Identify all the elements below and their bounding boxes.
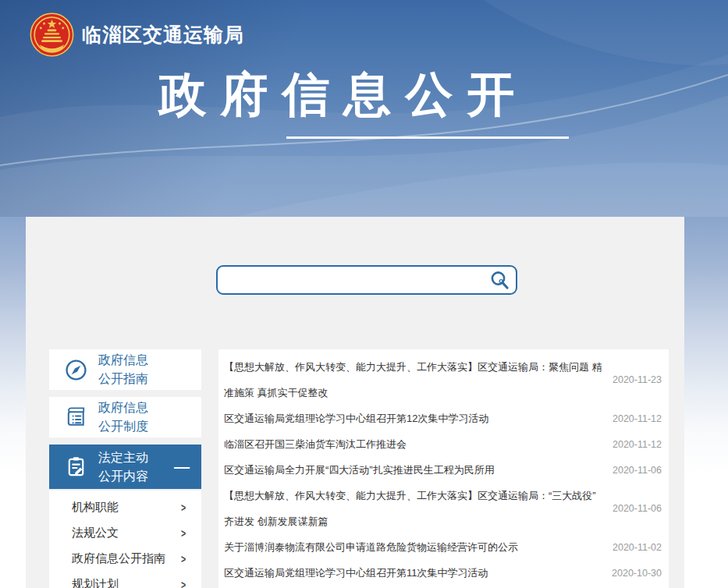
sidebar-card[interactable]: 政府信息公开制度 xyxy=(49,397,201,437)
search-icon xyxy=(489,270,510,291)
submenu-item[interactable]: 法规公文 > xyxy=(49,520,201,546)
news-row[interactable]: 区交通运输局全力开展“四大活动”扎实推进民生工程为民所用 2020-11-06 xyxy=(218,457,669,483)
news-title[interactable]: 【思想大解放、作风大转变、能力大提升、工作大落实】区交通运输局：“三大战役”齐进… xyxy=(224,483,603,534)
compass-icon xyxy=(64,358,88,382)
submenu-item-label: 政府信息公开指南 xyxy=(72,551,165,566)
news-row[interactable]: 区交通运输局党组理论学习中心组召开第11次集中学习活动 2020-10-30 xyxy=(218,560,669,586)
sidebar-card[interactable]: 政府信息公开指南 xyxy=(49,349,201,390)
news-title[interactable]: 【思想大解放、作风大转变、能力大提升、工作大落实】区交通运输局：聚焦问题 精准施… xyxy=(224,354,603,406)
sidebar-submenu: 机构职能 > 法规公文 > 政府信息公开指南 > 规划计划 > xyxy=(49,491,201,588)
sidebar-card-label: 政府信息公开制度 xyxy=(98,398,148,436)
submenu-item[interactable]: 政府信息公开指南 > xyxy=(49,546,201,572)
news-row[interactable]: 区交通运输局党组理论学习中心组召开第12次集中学习活动 2020-11-12 xyxy=(218,406,669,431)
search-bar xyxy=(216,265,517,295)
news-row[interactable]: 【思想大解放、作风大转变、能力大提升、工作大落实】区交通运输局：“三大战役”齐进… xyxy=(218,483,669,534)
submenu-item-label: 规划计划 xyxy=(72,577,119,588)
news-date: 2020-11-02 xyxy=(603,542,662,553)
page-title: 政府信息公开 xyxy=(0,69,728,121)
agency-name: 临淄区交通运输局 xyxy=(82,22,244,48)
sidebar-card[interactable]: 法定主动公开内容 — xyxy=(49,445,201,489)
banner: 临淄区交通运输局 政府信息公开 xyxy=(0,0,728,217)
news-date: 2020-11-06 xyxy=(603,465,662,476)
news-date: 2020-11-12 xyxy=(603,439,662,450)
news-row[interactable]: 临淄区召开国三柴油货车淘汰工作推进会 2020-11-12 xyxy=(218,431,669,457)
title-underline xyxy=(286,136,569,139)
page-body: 政府信息公开指南 政府信息公开制度 法定主动公开内容 — 机构职能 > 法规公文… xyxy=(0,217,728,588)
search-button[interactable] xyxy=(483,267,516,293)
sidebar: 政府信息公开指南 政府信息公开制度 法定主动公开内容 — 机构职能 > 法规公文… xyxy=(49,349,201,588)
clipboard-edit-icon xyxy=(64,455,88,479)
submenu-item[interactable]: 机构职能 > xyxy=(49,494,201,520)
chevron-right-icon: > xyxy=(181,553,186,565)
submenu-item-label: 机构职能 xyxy=(72,500,119,515)
content-panel: 政府信息公开指南 政府信息公开制度 法定主动公开内容 — 机构职能 > 法规公文… xyxy=(26,217,684,588)
news-title[interactable]: 区交通运输局全力开展“四大活动”扎实推进民生工程为民所用 xyxy=(224,457,495,483)
news-date: 2020-11-06 xyxy=(603,503,662,514)
news-list: 【思想大解放、作风大转变、能力大提升、工作大落实】区交通运输局：聚焦问题 精准施… xyxy=(218,349,669,588)
search-input[interactable] xyxy=(218,267,483,293)
page: 临淄区交通运输局 政府信息公开 政府信息公开指南 xyxy=(0,0,728,588)
news-date: 2020-11-23 xyxy=(603,374,662,385)
sidebar-card-label: 法定主动公开内容 xyxy=(98,448,148,486)
submenu-item-label: 法规公文 xyxy=(72,526,119,540)
collapse-minus-icon: — xyxy=(174,458,190,476)
news-title[interactable]: 关于淄博润泰物流有限公司申请道路危险货物运输经营许可的公示 xyxy=(224,534,518,560)
chevron-right-icon: > xyxy=(181,579,186,588)
chevron-right-icon: > xyxy=(181,527,186,540)
notebook-icon xyxy=(64,406,88,430)
news-title[interactable]: 区交通运输局党组理论学习中心组召开第12次集中学习活动 xyxy=(224,406,488,431)
site-logo[interactable]: 临淄区交通运输局 xyxy=(30,12,244,57)
news-title[interactable]: 临淄区召开国三柴油货车淘汰工作推进会 xyxy=(224,431,407,457)
news-row[interactable]: 关于淄博润泰物流有限公司申请道路危险货物运输经营许可的公示 2020-11-02 xyxy=(218,534,669,560)
news-date: 2020-10-30 xyxy=(602,568,662,579)
submenu-item[interactable]: 规划计划 > xyxy=(49,572,201,588)
news-row[interactable]: 【思想大解放、作风大转变、能力大提升、工作大落实】区交通运输局：聚焦问题 精准施… xyxy=(218,354,669,406)
news-date: 2020-11-12 xyxy=(603,413,662,424)
chevron-right-icon: > xyxy=(181,501,186,514)
national-emblem-icon xyxy=(30,12,74,57)
sidebar-card-label: 政府信息公开指南 xyxy=(98,351,148,388)
news-title[interactable]: 区交通运输局党组理论学习中心组召开第11次集中学习活动 xyxy=(224,560,488,586)
